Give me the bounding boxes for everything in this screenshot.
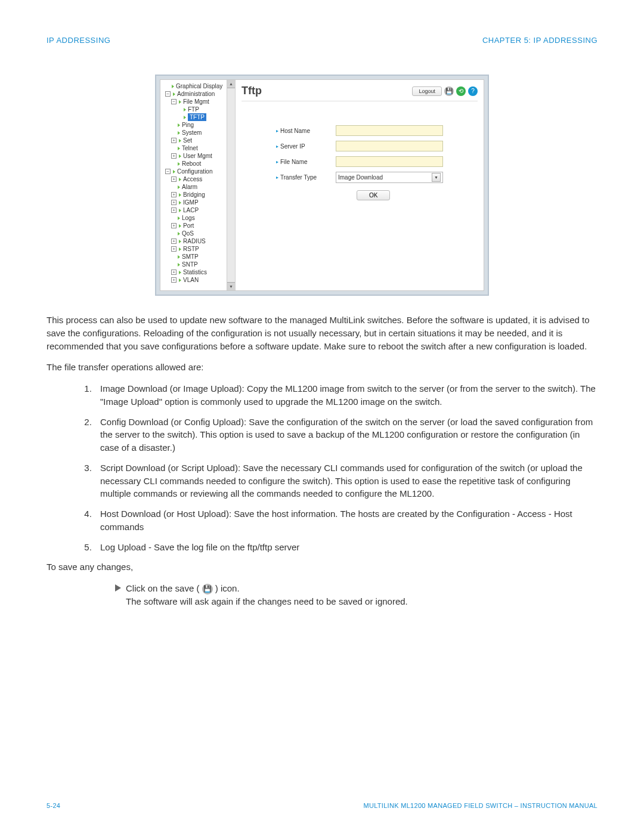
expand-icon[interactable]: + [171,138,177,143]
tree-rstp[interactable]: +RSTP [162,245,234,253]
arrow-icon [173,92,175,96]
save-icon[interactable]: 💾 [444,86,454,96]
list-item: Log Upload - Save the log file on the ft… [94,541,597,554]
tree-statistics[interactable]: +Statistics [162,268,234,276]
arrow-icon [178,185,180,189]
main-content: Tftp Logout 💾 ⟲ ? ▸Host Name ▸Server IP [236,80,484,290]
arrow-icon [178,255,180,259]
filename-label: ▸File Name [276,159,336,165]
tree-lacp[interactable]: +LACP [162,206,234,214]
expand-icon[interactable]: + [171,208,177,213]
tree-bridging[interactable]: +Bridging [162,191,234,199]
arrow-icon [178,263,180,267]
expand-icon[interactable]: + [171,176,177,182]
expand-icon[interactable]: + [171,223,177,228]
arrow-icon [179,178,181,181]
arrow-icon [179,224,181,228]
arrow-icon [179,271,181,274]
arrow-icon [178,123,180,127]
scroll-down-icon[interactable]: ▼ [227,282,235,290]
paragraph-2: The file transfer operations allowed are… [47,361,597,374]
arrow-icon [178,162,180,166]
tree-access[interactable]: +Access [162,175,234,183]
collapse-icon[interactable]: − [165,91,171,97]
footer-right: MULTILINK ML1200 MANAGED FIELD SWITCH – … [364,802,597,809]
help-icon[interactable]: ? [468,86,478,96]
tree-usermgmt[interactable]: +User Mgmt [162,152,234,160]
operations-list: Image Download (or Image Upload): Copy t… [94,382,597,553]
triangle-right-icon [115,584,121,592]
tree-tftp[interactable]: TFTP [162,113,234,121]
tree-logs[interactable]: Logs [162,214,234,222]
expand-icon[interactable]: + [171,200,177,205]
expand-icon[interactable]: + [171,153,177,159]
tree-port[interactable]: +Port [162,222,234,230]
tree-qos[interactable]: QoS [162,230,234,237]
tree-igmp[interactable]: +IGMP [162,199,234,206]
expand-icon[interactable]: + [171,239,177,244]
collapse-icon[interactable]: − [171,99,177,104]
scroll-up-icon[interactable]: ▲ [227,80,235,88]
logout-button[interactable]: Logout [412,86,442,96]
tree-sntp[interactable]: SNTP [162,261,234,268]
page-title: Tftp [242,85,262,97]
expand-icon[interactable]: + [171,246,177,252]
arrow-icon [179,240,181,243]
tree-radius[interactable]: +RADIUS [162,237,234,245]
tree-graphical-display[interactable]: Graphical Display [162,82,234,90]
arrow-icon [179,100,181,104]
arrow-icon [179,209,181,212]
tree-filemgmt[interactable]: −File Mgmt [162,98,234,106]
tree-reboot[interactable]: Reboot [162,160,234,168]
arrow-icon [173,170,175,174]
header-right: CHAPTER 5: IP ADDRESSING [482,36,597,45]
paragraph-1: This process can also be used to update … [47,314,597,352]
arrow-icon [179,193,181,197]
serverip-label: ▸Server IP [276,143,336,150]
list-item: Image Download (or Image Upload): Copy t… [94,382,597,408]
arrow-icon [179,139,181,143]
tree-set[interactable]: +Set [162,137,234,144]
save-icon: 💾 [202,584,213,594]
arrow-icon [184,108,186,112]
expand-icon[interactable]: + [171,270,177,275]
tree-ftp[interactable]: FTP [162,106,234,113]
ok-button[interactable]: OK [357,190,390,200]
tree-configuration[interactable]: −Configuration [162,168,234,175]
collapse-icon[interactable]: − [165,169,171,174]
tree-telnet[interactable]: Telnet [162,144,234,152]
tree-system[interactable]: System [162,129,234,137]
nav-tree: Graphical Display −Administration −File … [160,80,236,290]
tree-vlan[interactable]: +VLAN [162,276,234,284]
arrow-icon [172,85,174,88]
header-left: IP ADDRESSING [47,36,110,45]
page-footer: 5-24 MULTILINK ML1200 MANAGED FIELD SWIT… [47,802,597,809]
arrow-icon [179,278,181,282]
expand-icon[interactable]: + [171,192,177,197]
chevron-down-icon: ▼ [432,173,441,182]
serverip-input[interactable] [336,141,443,151]
embedded-screenshot: Graphical Display −Administration −File … [155,75,489,296]
tree-scrollbar[interactable]: ▲ ▼ [227,80,235,290]
tree-smtp[interactable]: SMTP [162,253,234,261]
arrow-icon [178,131,180,135]
transfertype-select[interactable]: Image Download ▼ [336,172,443,183]
refresh-icon[interactable]: ⟲ [456,86,466,96]
instruction-line-2: The software will ask again if the chang… [126,595,408,608]
footer-left: 5-24 [47,802,60,809]
arrow-icon [179,201,181,205]
instruction-block: Click on the save ( 💾 ) icon. The softwa… [115,582,597,608]
list-item: Script Download (or Script Upload): Save… [94,462,597,500]
transfertype-label: ▸Transfer Type [276,174,336,181]
tree-administration[interactable]: −Administration [162,90,234,98]
hostname-input[interactable] [336,125,443,136]
list-item: Host Download (or Host Upload): Save the… [94,507,597,534]
list-item: Config Download (or Config Upload): Save… [94,416,597,454]
instruction-line-1: Click on the save ( 💾 ) icon. [126,582,408,595]
expand-icon[interactable]: + [171,277,177,283]
filename-input[interactable] [336,156,443,167]
tree-alarm[interactable]: Alarm [162,183,234,191]
tftp-form: ▸Host Name ▸Server IP ▸File Name ▸Transf… [276,125,443,200]
arrow-icon [179,154,181,158]
tree-ping[interactable]: Ping [162,121,234,129]
